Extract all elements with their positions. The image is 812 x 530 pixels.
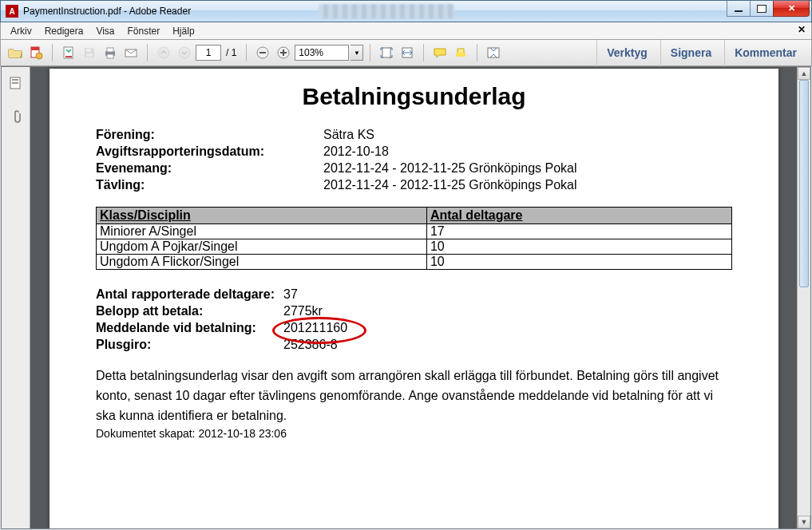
save-button[interactable] <box>80 43 99 62</box>
comment-bubble-button[interactable] <box>430 43 450 62</box>
document-viewport[interactable]: Betalningsunderlag Förening:Sätra KS Avg… <box>30 67 810 528</box>
thumbnails-panel-icon[interactable] <box>6 73 26 93</box>
vertical-scrollbar[interactable]: ▲ ▼ <box>797 67 810 528</box>
window-close-button[interactable] <box>773 1 810 17</box>
create-pdf-button[interactable] <box>26 43 46 62</box>
svg-rect-16 <box>283 49 284 56</box>
svg-rect-17 <box>382 48 390 57</box>
svg-rect-20 <box>488 48 499 57</box>
read-mode-button[interactable] <box>484 43 503 62</box>
header-block: Förening:Sätra KS Avgiftsrapporteringsda… <box>96 128 732 192</box>
svg-rect-7 <box>107 48 113 52</box>
summary-block: Antal rapporterade deltagare:37 Belopp a… <box>96 287 732 352</box>
svg-rect-13 <box>259 52 266 53</box>
table-row: Ungdom A Flickor/Singel10 <box>97 255 732 270</box>
avgift-value: 2012-10-18 <box>323 144 389 159</box>
zoom-dropdown-button[interactable]: ▼ <box>351 45 363 61</box>
svg-rect-23 <box>12 82 18 84</box>
window-title: PaymentInstruction.pdf - Adobe Reader <box>23 6 191 17</box>
footer-paragraph: Detta betalningsunderlag visar den avgif… <box>96 366 732 425</box>
svg-rect-8 <box>107 54 113 58</box>
svg-rect-5 <box>86 53 93 57</box>
belopp-label: Belopp att betala: <box>96 304 283 318</box>
zoom-value-input[interactable] <box>295 45 349 61</box>
forening-label: Förening: <box>96 128 323 142</box>
window-titlebar: A PaymentInstruction.pdf - Adobe Reader <box>0 0 812 22</box>
page-number-input[interactable] <box>196 45 221 61</box>
document-title: Betalningsunderlag <box>96 83 732 110</box>
meddelande-label: Meddelande vid betalning: <box>96 321 283 335</box>
pdf-page: Betalningsunderlag Förening:Sätra KS Avg… <box>50 69 778 528</box>
menu-fonster[interactable]: Fönster <box>121 24 167 38</box>
svg-point-2 <box>36 53 42 59</box>
toolbar: / 1 ▼ Verktyg Signera Kommentar <box>0 40 812 66</box>
window-minimize-button[interactable] <box>727 1 751 17</box>
table-header-antal: Antal deltagare <box>426 208 731 224</box>
page-total-label: / 1 <box>223 47 240 58</box>
email-button[interactable] <box>121 43 141 62</box>
content-area: Betalningsunderlag Förening:Sätra KS Avg… <box>1 66 811 529</box>
fit-page-button[interactable] <box>377 43 396 62</box>
scroll-down-arrow[interactable]: ▼ <box>798 516 810 528</box>
menu-arkiv[interactable]: Arkiv <box>4 24 38 38</box>
window-maximize-button[interactable] <box>750 1 774 17</box>
plusgiro-label: Plusgiro: <box>96 338 283 352</box>
page-down-button[interactable] <box>175 43 194 62</box>
table-row: Miniorer A/Singel17 <box>97 224 732 239</box>
highlight-button[interactable] <box>451 43 470 62</box>
menu-visa[interactable]: Visa <box>89 24 121 38</box>
zoom-out-button[interactable] <box>253 43 272 62</box>
document-created: Dokumentet skapat: 2012-10-18 23:06 <box>96 427 732 440</box>
svg-point-11 <box>179 47 190 58</box>
print-button[interactable] <box>101 43 120 62</box>
menu-redigera[interactable]: Redigera <box>38 24 90 38</box>
background-window-blur <box>319 4 454 18</box>
sign-panel-button[interactable]: Signera <box>660 40 721 66</box>
participants-table: Klass/Disciplin Antal deltagare Miniorer… <box>96 207 732 270</box>
navigation-sidebar <box>2 67 30 528</box>
fit-width-button[interactable] <box>398 43 417 62</box>
zoom-in-button[interactable] <box>274 43 293 62</box>
menu-bar: Arkiv Redigera Visa Fönster Hjälp ✕ <box>0 22 812 40</box>
antal-value: 37 <box>283 287 298 302</box>
svg-rect-22 <box>12 79 18 81</box>
forening-value: Sätra KS <box>323 128 374 142</box>
scroll-up-arrow[interactable]: ▲ <box>798 67 810 80</box>
close-document-button[interactable]: ✕ <box>795 24 808 37</box>
table-row: Ungdom A Pojkar/Singel10 <box>97 239 732 255</box>
export-pdf-button[interactable] <box>59 43 78 62</box>
svg-rect-1 <box>31 47 39 50</box>
attachments-panel-icon[interactable] <box>6 107 26 126</box>
svg-rect-19 <box>456 53 465 57</box>
tavling-value: 2012-11-24 - 2012-11-25 Grönköpings Poka… <box>323 178 577 192</box>
evenemang-label: Evenemang: <box>96 161 323 176</box>
tavling-label: Tävling: <box>96 178 323 192</box>
table-header-klass: Klass/Disciplin <box>97 208 427 224</box>
svg-point-10 <box>158 47 169 58</box>
page-up-button[interactable] <box>154 43 173 62</box>
meddelande-value: 201211160 <box>283 321 347 335</box>
scroll-thumb[interactable] <box>799 80 809 287</box>
svg-rect-4 <box>86 49 91 52</box>
tools-panel-button[interactable]: Verktyg <box>596 40 657 66</box>
antal-label: Antal rapporterade deltagare: <box>96 287 283 302</box>
open-file-button[interactable] <box>6 43 25 62</box>
avgift-label: Avgiftsrapporteringsdatum: <box>96 144 323 159</box>
evenemang-value: 2012-11-24 - 2012-11-25 Grönköpings Poka… <box>323 161 577 176</box>
menu-hjalp[interactable]: Hjälp <box>166 24 200 38</box>
comment-panel-button[interactable]: Kommentar <box>724 40 806 66</box>
app-icon: A <box>6 5 18 18</box>
